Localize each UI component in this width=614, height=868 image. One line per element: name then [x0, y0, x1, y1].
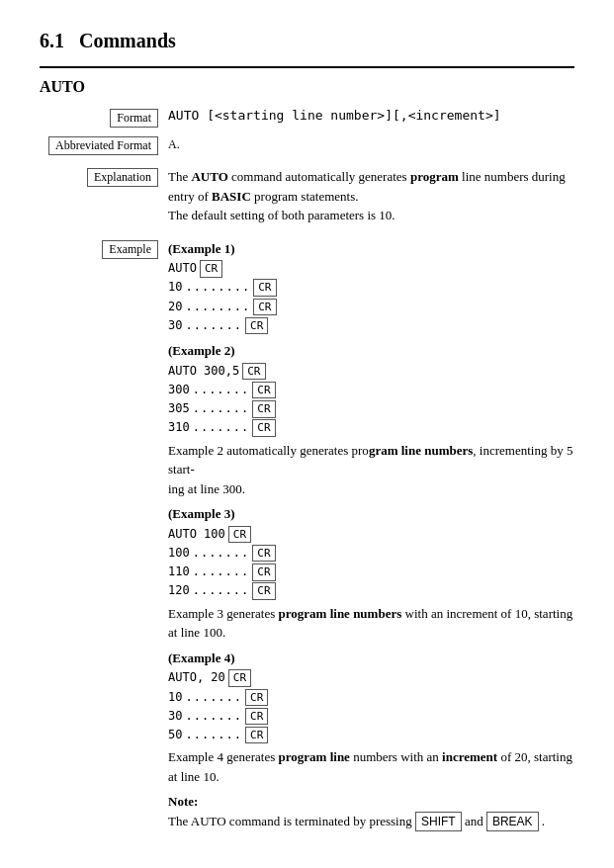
cr-key: CR	[245, 708, 268, 725]
cr-key: CR	[200, 260, 222, 277]
section-title: 6.1 Commands	[40, 30, 574, 52]
code-text: 30	[168, 316, 182, 335]
example-2-desc: Example 2 automatically generates progra…	[168, 441, 574, 499]
dots: .......	[193, 563, 250, 581]
example-1-line-2: 20 ........ CR	[168, 298, 574, 316]
code-text: 120	[168, 581, 190, 600]
example-label-col: Example	[40, 240, 168, 259]
code-text: AUTO 300,5	[168, 362, 239, 381]
example-4-line-3: 50 ....... CR	[168, 726, 574, 744]
cr-key: CR	[242, 363, 265, 380]
example-2-title: (Example 2)	[168, 341, 574, 362]
cr-key: CR	[245, 689, 268, 706]
dots: .......	[193, 381, 250, 399]
shift-key-box: SHIFT	[415, 812, 462, 831]
dots: .......	[185, 316, 242, 335]
cr-key: CR	[228, 526, 251, 543]
divider	[40, 66, 574, 68]
example-4-title: (Example 4)	[168, 649, 574, 669]
example-2: (Example 2) AUTO 300,5 CR 300 ....... CR…	[168, 341, 574, 498]
example-3: (Example 3) AUTO 100 CR 100 ....... CR 1…	[168, 504, 574, 643]
dots: .......	[193, 399, 250, 418]
example-4-desc: Example 4 generates program line numbers…	[168, 747, 574, 786]
code-text: AUTO	[168, 259, 197, 278]
code-text: AUTO, 20	[168, 668, 225, 687]
code-text: 100	[168, 544, 190, 563]
example-2-line-3: 310 ....... CR	[168, 418, 574, 437]
cr-key: CR	[252, 582, 275, 599]
example-3-line-1: 100 ....... CR	[168, 544, 574, 563]
abbrev-content: A.	[168, 135, 574, 152]
code-text: 305	[168, 399, 190, 418]
dots: .......	[193, 544, 250, 563]
explanation-row: Explanation The AUTO command automatical…	[40, 167, 574, 225]
code-text: 110	[168, 563, 190, 581]
example-3-desc: Example 3 generates program line numbers…	[168, 604, 574, 643]
format-content: AUTO [<starting line number>][,<incremen…	[168, 108, 574, 125]
abbrev-value: A.	[168, 137, 574, 152]
explanation-content: The AUTO command automatically generates…	[168, 167, 574, 225]
example-3-line-2: 110 ....... CR	[168, 563, 574, 581]
format-syntax: AUTO [<starting line number>][,<incremen…	[168, 108, 574, 123]
code-text: 20	[168, 298, 182, 316]
note-label: Note:	[168, 794, 198, 809]
note-and-text: and	[465, 814, 483, 828]
code-text: 310	[168, 418, 190, 437]
example-1-title: (Example 1)	[168, 239, 574, 260]
code-text: 300	[168, 381, 190, 399]
example-4-line-0: AUTO, 20 CR	[168, 668, 574, 687]
cr-key: CR	[253, 279, 276, 296]
example-4-line-2: 30 ....... CR	[168, 707, 574, 726]
example-label: Example	[102, 240, 158, 259]
example-1: (Example 1) AUTO CR 10 ........ CR 20 ..…	[168, 239, 574, 336]
dots: .......	[185, 688, 242, 707]
format-label: Format	[110, 109, 158, 128]
example-2-line-0: AUTO 300,5 CR	[168, 362, 574, 381]
cr-key: CR	[252, 419, 275, 436]
dots: .......	[185, 726, 242, 744]
cr-key: CR	[253, 299, 276, 315]
format-row: Format AUTO [<starting line number>][,<i…	[40, 108, 574, 128]
cr-key: CR	[252, 564, 275, 580]
format-label-col: Format	[40, 109, 168, 128]
cr-key: CR	[252, 382, 275, 398]
cr-key: CR	[252, 545, 275, 562]
example-1-line-0: AUTO CR	[168, 259, 574, 278]
cr-key: CR	[228, 669, 251, 686]
example-4: (Example 4) AUTO, 20 CR 10 ....... CR 30…	[168, 649, 574, 787]
abbrev-row: Abbreviated Format A.	[40, 135, 574, 155]
note-section: Note: The AUTO command is terminated by …	[168, 792, 574, 831]
abbrev-label: Abbreviated Format	[48, 136, 158, 155]
dots: ........	[185, 298, 250, 316]
example-row: Example (Example 1) AUTO CR 10 ........ …	[40, 239, 574, 831]
content-area: Format AUTO [<starting line number>][,<i…	[40, 108, 574, 835]
abbrev-label-col: Abbreviated Format	[40, 136, 168, 155]
example-4-line-1: 10 ....... CR	[168, 688, 574, 707]
note-period: .	[542, 814, 545, 828]
cr-key: CR	[245, 727, 268, 743]
explanation-text: The AUTO command automatically generates…	[168, 167, 574, 225]
example-3-line-0: AUTO 100 CR	[168, 525, 574, 544]
code-text: 30	[168, 707, 182, 726]
code-text: 50	[168, 726, 182, 744]
example-1-line-3: 30 ....... CR	[168, 316, 574, 335]
example-2-line-1: 300 ....... CR	[168, 381, 574, 399]
break-key-box: BREAK	[486, 812, 539, 831]
example-1-line-1: 10 ........ CR	[168, 278, 574, 297]
example-2-line-2: 305 ....... CR	[168, 399, 574, 418]
dots: .......	[185, 707, 242, 726]
example-content: (Example 1) AUTO CR 10 ........ CR 20 ..…	[168, 239, 574, 831]
explanation-label-col: Explanation	[40, 168, 168, 187]
example-3-title: (Example 3)	[168, 504, 574, 525]
note-text-before: The AUTO command is terminated by pressi…	[168, 814, 412, 828]
command-name: AUTO	[40, 78, 574, 96]
example-3-line-3: 120 ....... CR	[168, 581, 574, 600]
dots: .......	[193, 418, 250, 437]
code-text: 10	[168, 688, 182, 707]
cr-key: CR	[245, 317, 268, 334]
dots: ........	[185, 278, 250, 297]
code-text: AUTO 100	[168, 525, 225, 544]
explanation-label: Explanation	[87, 168, 158, 187]
code-text: 10	[168, 278, 182, 297]
cr-key: CR	[252, 400, 275, 417]
